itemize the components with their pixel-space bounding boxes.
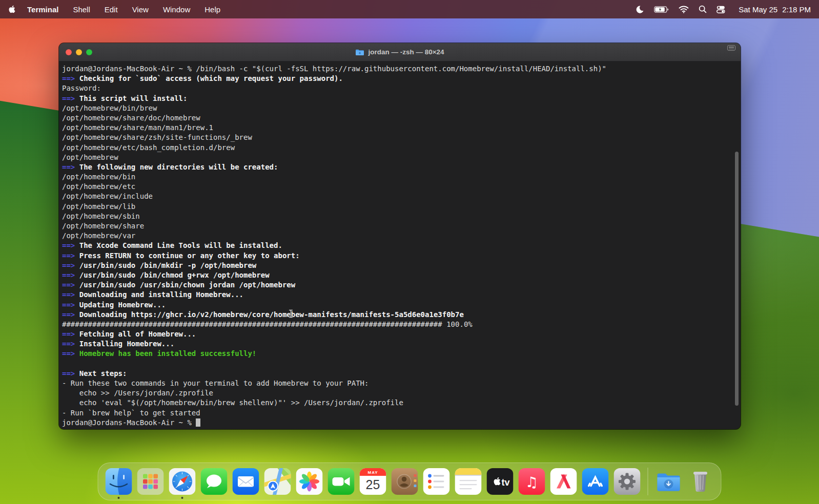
terminal-text-segment: ==>: [62, 301, 75, 309]
dock-facetime[interactable]: [328, 468, 355, 495]
terminal-text-segment: Downloading https://ghcr.io/v2/homebrew/…: [75, 310, 464, 319]
terminal-text-segment: echo 'eval "$(/opt/homebrew/bin/brew she…: [62, 398, 403, 407]
terminal-text-segment: Checking for `sudo` access (which may re…: [75, 74, 343, 82]
dock-mail[interactable]: [233, 468, 259, 495]
running-indicator: [118, 497, 120, 499]
menu-edit[interactable]: Edit: [105, 5, 118, 14]
dock-reminders[interactable]: [423, 468, 450, 495]
terminal-text-segment: /usr/bin/sudo /bin/chmod g+rwx /opt/home…: [75, 271, 269, 279]
terminal-line: ==> Checking for `sudo` access (which ma…: [62, 74, 738, 83]
terminal-line: ==> This script will install:: [62, 94, 738, 103]
terminal-text-segment: /opt/homebrew/bin: [62, 173, 135, 181]
dock-trash[interactable]: [687, 468, 714, 495]
dock-news[interactable]: [550, 468, 577, 495]
music-icon: ♫: [519, 468, 545, 495]
terminal-text-segment: This script will install:: [75, 94, 187, 102]
dock-launchpad[interactable]: [137, 468, 164, 495]
menu-bar-time: 2:18 PM: [782, 5, 811, 14]
terminal-text-segment: jordan@Jordans-MacBook-Air ~ %: [62, 418, 196, 427]
terminal-text-segment: ==>: [62, 251, 75, 260]
terminal-line: ==> Fetching all of Homebrew...: [62, 329, 738, 339]
mail-icon: [233, 468, 259, 495]
terminal-text-segment: ########################################…: [62, 320, 442, 328]
close-button[interactable]: [66, 49, 72, 55]
terminal-line: /opt/homebrew/share/man/man1/brew.1: [62, 123, 738, 133]
wifi-icon[interactable]: [679, 6, 689, 13]
menu-bar-status: Sat May 25 2:18 PM: [636, 5, 811, 14]
messages-icon: [201, 468, 228, 495]
terminal-text-segment: Password:: [62, 84, 101, 92]
battery-icon[interactable]: [654, 6, 669, 13]
app-menus: Terminal Shell Edit View Window Help: [27, 5, 220, 14]
terminal-text-segment: echo >> /Users/jordan/.zprofile: [62, 389, 213, 397]
spotlight-search-icon[interactable]: [699, 5, 707, 13]
menu-bar-clock[interactable]: Sat May 25 2:18 PM: [739, 5, 811, 14]
photos-icon: [296, 468, 323, 495]
terminal-line: jordan@Jordans-MacBook-Air ~ % /bin/bash…: [62, 64, 738, 74]
terminal-line: ==> Downloading and installing Homebrew.…: [62, 290, 738, 300]
reminders-icon: [423, 468, 450, 495]
dock-maps[interactable]: [264, 468, 291, 495]
terminal-text-segment: ==>: [62, 369, 75, 377]
dock-music[interactable]: ♫: [519, 468, 545, 495]
apple-tv-icon: tv: [487, 468, 514, 495]
terminal-line: ==> /usr/bin/sudo /bin/chmod g+rwx /opt/…: [62, 270, 738, 280]
terminal-output[interactable]: jordan@Jordans-MacBook-Air ~ % /bin/bash…: [59, 61, 741, 429]
calendar-month: MAY: [367, 470, 378, 475]
dock-notes[interactable]: [455, 468, 482, 495]
home-folder-icon: [355, 49, 364, 56]
dock-finder[interactable]: [106, 468, 132, 495]
app-store-icon: [582, 468, 609, 495]
zoom-button[interactable]: [86, 49, 92, 55]
dock-appstore[interactable]: [582, 468, 609, 495]
dock-calendar[interactable]: MAY 25: [360, 468, 386, 495]
control-center-icon[interactable]: [716, 6, 729, 13]
dock-contacts[interactable]: [392, 468, 418, 495]
terminal-line: Password:: [62, 83, 738, 93]
terminal-line: /opt/homebrew/include: [62, 192, 738, 201]
system-settings-icon: [614, 468, 641, 495]
terminal-line: jordan@Jordans-MacBook-Air ~ %: [62, 418, 738, 428]
terminal-line: ==> /usr/bin/sudo /usr/sbin/chown jordan…: [62, 280, 738, 290]
terminal-text-segment: Homebrew has been installed successfully…: [75, 349, 256, 358]
terminal-line: /opt/homebrew/share/zsh/site-functions/_…: [62, 133, 738, 142]
terminal-text-segment: /opt/homebrew/etc/bash_completion.d/brew: [62, 143, 235, 152]
minimize-button[interactable]: [76, 49, 82, 55]
terminal-text-segment: ==>: [62, 340, 75, 348]
terminal-text-segment: /opt/homebrew/share/doc/homebrew: [62, 114, 200, 122]
terminal-text-segment: - Run these two commands in your termina…: [62, 379, 368, 387]
apple-menu-icon[interactable]: [8, 4, 17, 14]
terminal-line: ==> The following new directories will b…: [62, 162, 738, 172]
dock-photos[interactable]: [296, 468, 323, 495]
terminal-line: /opt/homebrew/bin: [62, 172, 738, 182]
window-titlebar[interactable]: jordan — -zsh — 80×24: [59, 43, 741, 61]
trash-icon: [687, 468, 714, 495]
terminal-line: /opt/homebrew/etc: [62, 182, 738, 192]
dock-tv[interactable]: tv: [487, 468, 514, 495]
terminal-text-segment: /opt/homebrew/sbin: [62, 212, 140, 220]
menu-window[interactable]: Window: [163, 5, 190, 14]
menu-help[interactable]: Help: [204, 5, 220, 14]
dock-safari[interactable]: [169, 468, 196, 495]
menu-shell[interactable]: Shell: [73, 5, 90, 14]
terminal-text-segment: /opt/homebrew/share/zsh/site-functions/_…: [62, 133, 252, 141]
terminal-text-segment: ==>: [62, 163, 75, 171]
menu-view[interactable]: View: [132, 5, 149, 14]
menu-terminal[interactable]: Terminal: [27, 5, 58, 14]
terminal-text-segment: Downloading and installing Homebrew...: [75, 290, 243, 299]
terminal-line: ==> Press RETURN to continue or any othe…: [62, 251, 738, 261]
maps-icon: [264, 468, 291, 495]
terminal-text-segment: /opt/homebrew/share/man/man1/brew.1: [62, 123, 213, 132]
terminal-line: /opt/homebrew/share/doc/homebrew: [62, 113, 738, 123]
focus-moon-icon[interactable]: [636, 5, 644, 14]
dock-settings[interactable]: [614, 468, 641, 495]
news-icon: [550, 468, 577, 495]
dock-messages[interactable]: [201, 468, 228, 495]
svg-text:♫: ♫: [525, 474, 538, 491]
facetime-icon: [328, 468, 355, 495]
scrollbar-thumb[interactable]: [735, 152, 739, 406]
terminal-text-segment: ==>: [62, 261, 75, 269]
traffic-lights: [66, 49, 92, 55]
notes-icon: [455, 468, 482, 495]
dock-downloads[interactable]: [656, 468, 682, 495]
